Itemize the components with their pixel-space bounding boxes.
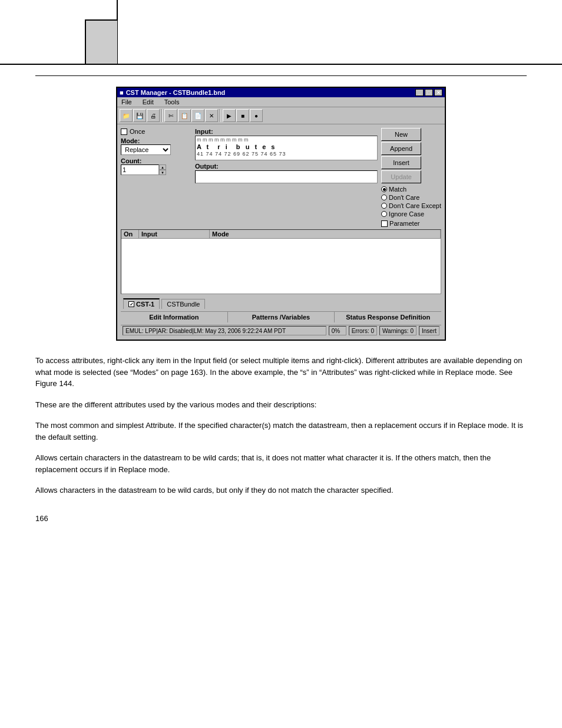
body-para1: To access attributes, right-click any it… xyxy=(35,355,527,390)
col-on: On xyxy=(121,230,139,238)
menu-edit[interactable]: Edit xyxy=(141,98,156,106)
toolbar-copy[interactable]: 📋 xyxy=(178,109,191,122)
window-icon: ■ xyxy=(120,89,124,96)
radio-group: Match Don't Care Don't Care Except xyxy=(381,186,441,218)
insert-button[interactable]: Insert xyxy=(381,156,421,169)
new-button[interactable]: New xyxy=(381,128,421,141)
col-mode: Mode xyxy=(210,230,441,238)
mode-group: Mode: Replace Insert Delete xyxy=(121,137,191,155)
tab-cstbundle-label: CSTBundle xyxy=(167,301,200,308)
status-warnings: Warnings: 0 xyxy=(379,326,416,335)
radio-dont-care[interactable]: Don't Care xyxy=(381,194,441,201)
radio-ignore-case-circle xyxy=(381,211,387,217)
tab-cstbundle[interactable]: CSTBundle xyxy=(161,299,205,309)
parameter-label: Parameter xyxy=(389,220,419,227)
right-controls: New Append Insert Update Match xyxy=(381,128,441,227)
mode-select-row: Replace Insert Delete xyxy=(121,144,191,155)
toolbar-cut[interactable]: ✄ xyxy=(164,109,177,122)
radio-ignore-case[interactable]: Ignore Case xyxy=(381,210,441,218)
toolbar-print[interactable]: 🖨 xyxy=(147,109,160,122)
body-para2: These are the different attributes used … xyxy=(35,399,527,411)
status-mode: Insert xyxy=(419,326,439,335)
tab-cst1-checkbox xyxy=(128,301,134,307)
input-field[interactable]: m m m m m m m m m A t r i b u t e s 41 7… xyxy=(195,136,378,160)
output-section: Output: xyxy=(195,163,378,183)
col-input: Input xyxy=(139,230,210,238)
spinner-up[interactable]: ▲ xyxy=(159,164,166,170)
status-pct: 0% xyxy=(329,326,346,335)
radio-match-circle xyxy=(381,186,387,192)
radio-ignore-case-label: Ignore Case xyxy=(389,210,424,218)
menu-file[interactable]: File xyxy=(120,98,134,106)
toolbar-stop[interactable]: ■ xyxy=(236,109,249,122)
nav-edit-info[interactable]: Edit Information xyxy=(121,312,228,322)
radio-match[interactable]: Match xyxy=(381,186,441,193)
left-controls: Once Mode: Replace Insert Delete xyxy=(121,128,191,175)
page: ■ CST Manager - CSTBundle1.bnd _ □ ✕ Fil… xyxy=(0,0,562,523)
attrs-text: A t r i b u t e s xyxy=(196,143,377,151)
mode-label: Mode: xyxy=(121,137,191,144)
section-divider xyxy=(35,75,527,76)
status-main: EMUL: LPP|AR: Disabled|LM: May 23, 2006 … xyxy=(123,326,326,335)
radio-dont-care-circle xyxy=(381,195,387,200)
count-input[interactable] xyxy=(121,164,159,175)
cst-manager-window: ■ CST Manager - CSTBundle1.bnd _ □ ✕ Fil… xyxy=(116,87,446,341)
table-area: On Input Mode xyxy=(121,229,441,294)
menu-tools[interactable]: Tools xyxy=(163,98,181,106)
toolbar-open[interactable]: 📁 xyxy=(120,109,133,122)
radio-match-label: Match xyxy=(389,186,406,193)
spinner-down[interactable]: ▼ xyxy=(159,170,166,175)
table-body xyxy=(121,239,441,294)
toolbar: 📁 💾 🖨 ✄ 📋 📄 ✕ ▶ ■ ● xyxy=(117,107,445,124)
page-tab xyxy=(85,19,117,64)
update-button[interactable]: Update xyxy=(381,170,421,183)
bottom-tabs: CST-1 CSTBundle xyxy=(121,297,441,309)
radio-dont-care-label: Don't Care xyxy=(389,194,419,201)
toolbar-paste[interactable]: 📄 xyxy=(191,109,204,122)
radio-dont-care-except[interactable]: Don't Care Except xyxy=(381,202,441,209)
top-bar xyxy=(0,0,562,65)
body-para4: Allows certain characters in the datastr… xyxy=(35,452,527,475)
toolbar-record[interactable]: ● xyxy=(250,109,263,122)
toolbar-run[interactable]: ▶ xyxy=(223,109,236,122)
window-title-text: CST Manager - CSTBundle1.bnd xyxy=(126,89,226,96)
count-group: Count: ▲ ▼ xyxy=(121,157,191,175)
parameter-row: Parameter xyxy=(381,220,441,227)
tab-cst1[interactable]: CST-1 xyxy=(123,298,160,309)
panel-area: Once Mode: Replace Insert Delete xyxy=(117,124,445,340)
minimize-button[interactable]: _ xyxy=(415,89,424,96)
body-para3: The most common and simplest Attribute. … xyxy=(35,420,527,443)
toolbar-sep2 xyxy=(220,109,221,122)
window-controls: _ □ ✕ xyxy=(415,89,442,96)
center-area: Input: m m m m m m m m m A t r i b u t e… xyxy=(195,128,378,183)
output-input[interactable] xyxy=(195,170,378,183)
window-title: ■ CST Manager - CSTBundle1.bnd xyxy=(120,89,225,96)
body-para5: Allows characters in the datastream to b… xyxy=(35,485,527,496)
top-bar-left xyxy=(0,0,118,64)
parameter-checkbox[interactable] xyxy=(381,220,388,227)
attrs-top-ruler: m m m m m m m m m xyxy=(196,136,377,143)
top-controls: Once Mode: Replace Insert Delete xyxy=(121,128,441,227)
nav-bar: Edit Information Patterns /Variables Sta… xyxy=(121,311,441,322)
nav-status[interactable]: Status Response Definition xyxy=(335,312,441,322)
input-label: Input: xyxy=(195,128,378,135)
toolbar-delete[interactable]: ✕ xyxy=(205,109,218,122)
toolbar-save[interactable]: 💾 xyxy=(133,109,146,122)
maximize-button[interactable]: □ xyxy=(425,89,433,96)
window-titlebar: ■ CST Manager - CSTBundle1.bnd _ □ ✕ xyxy=(117,88,445,97)
attrs-hex: 41 74 74 72 69 62 75 74 65 73 xyxy=(196,151,377,157)
count-label: Count: xyxy=(121,157,191,164)
close-button[interactable]: ✕ xyxy=(434,89,442,96)
count-row: ▲ ▼ xyxy=(121,164,191,175)
main-content: ■ CST Manager - CSTBundle1.bnd _ □ ✕ Fil… xyxy=(0,87,562,523)
spinner-btns: ▲ ▼ xyxy=(159,164,166,175)
screenshot-container: ■ CST Manager - CSTBundle1.bnd _ □ ✕ Fil… xyxy=(116,87,446,341)
mode-select[interactable]: Replace Insert Delete xyxy=(121,144,171,155)
nav-patterns[interactable]: Patterns /Variables xyxy=(228,312,335,322)
append-button[interactable]: Append xyxy=(381,142,421,155)
once-label: Once xyxy=(130,128,145,135)
radio-dont-care-except-circle xyxy=(381,203,387,209)
once-row: Once xyxy=(121,128,191,135)
once-checkbox[interactable] xyxy=(121,129,127,135)
page-number: 166 xyxy=(35,514,527,523)
